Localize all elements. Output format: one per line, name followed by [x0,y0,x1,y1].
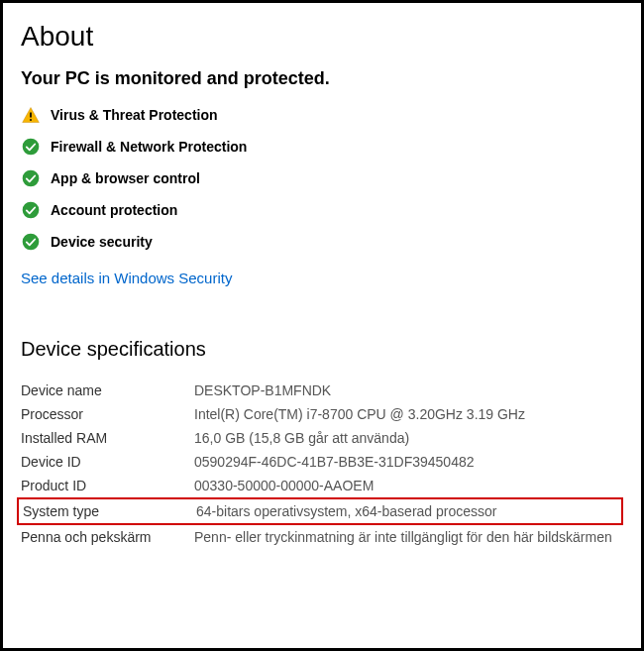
spec-value: DESKTOP-B1MFNDK [194,382,623,398]
spec-value: 16,0 GB (15,8 GB går att använda) [194,430,623,446]
svg-point-4 [23,202,40,219]
security-status-label: Virus & Threat Protection [51,107,218,123]
spec-row: System type64-bitars operativsystem, x64… [17,497,623,525]
spec-value: Intel(R) Core(TM) i7-8700 CPU @ 3.20GHz … [194,406,623,422]
security-status-label: Firewall & Network Protection [51,139,247,155]
spec-label: Device ID [21,454,194,470]
svg-rect-0 [30,113,32,118]
spec-label: Product ID [21,478,194,493]
spec-value: Penn- eller tryckinmatning är inte tillg… [194,529,623,545]
security-status-item: App & browser control [21,168,623,188]
spec-row: ProcessorIntel(R) Core(TM) i7-8700 CPU @… [21,402,623,426]
spec-label: Installed RAM [21,430,194,446]
check-circle-icon [21,232,41,252]
security-status-item: Account protection [21,200,623,220]
spec-row: Penna och pekskärmPenn- eller tryckinmat… [21,525,623,549]
svg-point-3 [23,170,40,187]
spec-row: Product ID00330-50000-00000-AAOEM [21,474,623,497]
spec-label: Processor [21,406,194,422]
security-status-item: Device security [21,232,623,252]
security-details-link[interactable]: See details in Windows Security [21,270,232,286]
security-status-list: Virus & Threat ProtectionFirewall & Netw… [21,105,623,252]
spec-label: Device name [21,382,194,398]
svg-point-5 [23,234,40,251]
device-specs-heading: Device specifications [21,338,623,361]
svg-rect-1 [30,119,32,121]
page-title: About [21,21,623,53]
security-status-heading: Your PC is monitored and protected. [21,68,623,89]
security-status-item: Firewall & Network Protection [21,137,623,157]
security-status-label: Device security [51,234,153,250]
check-circle-icon [21,137,41,157]
about-panel: About Your PC is monitored and protected… [0,0,644,651]
spec-label: Penna och pekskärm [21,529,194,545]
check-circle-icon [21,200,41,220]
spec-value: 00330-50000-00000-AAOEM [194,478,623,493]
spec-value: 0590294F-46DC-41B7-BB3E-31DF39450482 [194,454,623,470]
device-specs-table: Device nameDESKTOP-B1MFNDKProcessorIntel… [21,379,623,549]
security-status-label: App & browser control [51,170,200,186]
security-status-label: Account protection [51,202,177,218]
warning-icon [21,105,41,125]
spec-row: Installed RAM16,0 GB (15,8 GB går att an… [21,426,623,450]
security-status-item: Virus & Threat Protection [21,105,623,125]
spec-value: 64-bitars operativsystem, x64-baserad pr… [196,503,621,519]
svg-point-2 [23,139,40,156]
spec-row: Device nameDESKTOP-B1MFNDK [21,379,623,402]
spec-row: Device ID0590294F-46DC-41B7-BB3E-31DF394… [21,450,623,474]
check-circle-icon [21,168,41,188]
spec-label: System type [23,503,196,519]
